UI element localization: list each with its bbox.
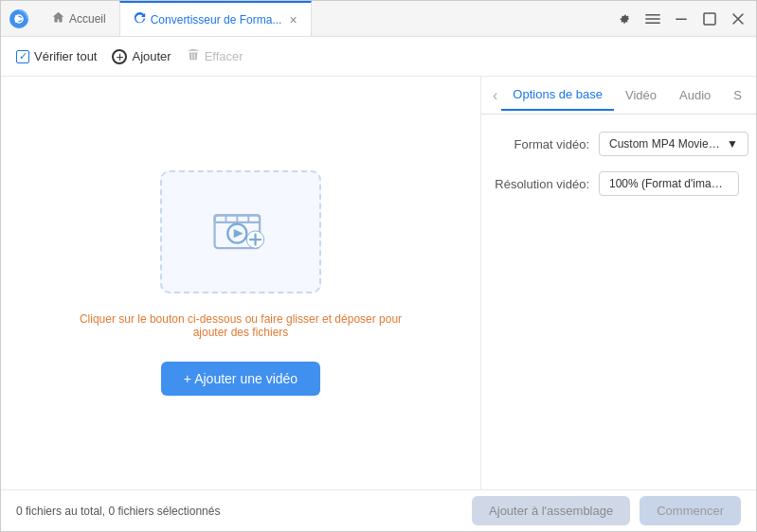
home-icon — [52, 11, 64, 27]
app-logo — [9, 9, 29, 29]
add-video-button[interactable]: + Ajouter une vidéo — [161, 362, 320, 396]
right-tabs: ‹ Options de base Vidéo Audio S › — [481, 77, 756, 115]
add-label: Ajouter — [132, 49, 171, 63]
tab-converter-label: Convertisseur de Forma... — [151, 13, 282, 27]
menu-icon[interactable] — [642, 9, 663, 29]
settings-icon[interactable] — [614, 9, 635, 29]
svg-rect-3 — [645, 18, 660, 20]
svg-rect-4 — [645, 22, 660, 24]
trash-icon — [187, 48, 200, 64]
right-panel: ‹ Options de base Vidéo Audio S › Format… — [481, 77, 756, 489]
tab-subtitle[interactable]: S — [722, 80, 753, 110]
tab-home[interactable]: Accueil — [39, 1, 119, 36]
status-bar: 0 fichiers au total, 0 fichiers sélectio… — [1, 489, 756, 531]
status-text: 0 fichiers au total, 0 fichiers sélectio… — [16, 505, 220, 518]
delete-item[interactable]: Effacer — [187, 48, 243, 64]
right-panel-content: Format vidéo: Custom MP4 Movie(*-... ▼ R… — [481, 115, 756, 489]
add-circle-icon: + — [112, 49, 127, 64]
window-controls — [614, 9, 748, 29]
titlebar: Accueil Convertisseur de Forma... × — [1, 1, 756, 37]
toolbar: ✓ Vérifier tout + Ajouter Effacer — [1, 37, 756, 77]
refresh-icon — [134, 12, 146, 27]
status-buttons: Ajouter à l'assemblage Commencer — [472, 496, 741, 525]
video-add-icon — [210, 206, 271, 257]
video-format-row: Format vidéo: Custom MP4 Movie(*-... ▼ — [495, 132, 743, 156]
start-button[interactable]: Commencer — [640, 496, 741, 525]
verify-all-checkbox[interactable]: ✓ — [16, 50, 29, 63]
left-panel: Cliquer sur le bouton ci-dessous ou fair… — [1, 77, 481, 489]
drop-hint-text: Cliquer sur le bouton ci-dessous ou fair… — [61, 312, 421, 339]
drop-zone[interactable] — [160, 170, 321, 293]
video-format-label: Format vidéo: — [495, 137, 589, 151]
tab-prev-icon[interactable]: ‹ — [489, 87, 501, 104]
close-window-icon[interactable] — [728, 9, 748, 29]
video-format-select[interactable]: Custom MP4 Movie(*-... ▼ — [599, 132, 748, 156]
video-resolution-label: Résolution vidéo: — [495, 177, 589, 191]
minimize-icon[interactable] — [671, 9, 692, 29]
delete-label: Effacer — [205, 49, 243, 63]
tab-converter[interactable]: Convertisseur de Forma... × — [119, 1, 312, 36]
verify-all-label: Vérifier tout — [34, 49, 97, 63]
svg-rect-6 — [704, 13, 715, 25]
svg-rect-5 — [676, 18, 687, 20]
tab-bar: Accueil Convertisseur de Forma... × — [39, 1, 614, 36]
close-tab-icon[interactable]: × — [289, 13, 297, 27]
main-content: Cliquer sur le bouton ci-dessous ou fair… — [1, 77, 756, 489]
assembly-button[interactable]: Ajouter à l'assemblage — [472, 496, 630, 525]
chevron-down-icon: ▼ — [727, 137, 738, 151]
checkbox-check-icon: ✓ — [19, 50, 27, 62]
video-resolution-input[interactable]: 100% (Format d'image d'orig — [599, 171, 739, 196]
video-format-value: Custom MP4 Movie(*-... — [609, 137, 723, 151]
tab-base-options[interactable]: Options de base — [501, 80, 614, 111]
video-resolution-row: Résolution vidéo: 100% (Format d'image d… — [495, 171, 743, 196]
tab-next-icon[interactable]: › — [753, 87, 756, 104]
maximize-icon[interactable] — [699, 9, 720, 29]
svg-rect-2 — [645, 14, 660, 16]
tab-home-label: Accueil — [69, 12, 106, 26]
add-item[interactable]: + Ajouter — [112, 49, 171, 64]
tab-audio[interactable]: Audio — [668, 80, 722, 110]
tab-video[interactable]: Vidéo — [614, 80, 668, 110]
verify-all-item[interactable]: ✓ Vérifier tout — [16, 49, 97, 63]
